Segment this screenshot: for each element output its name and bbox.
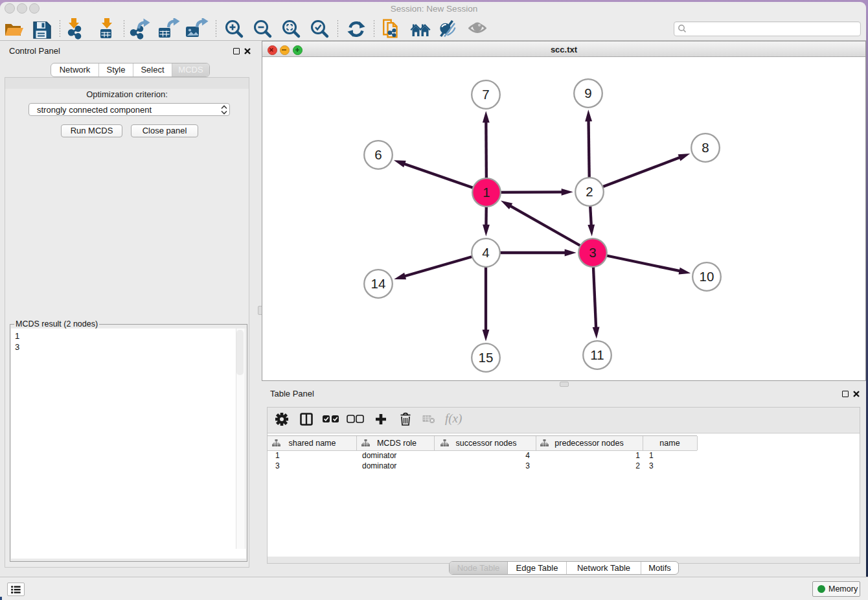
svg-text:1: 1 (483, 185, 490, 200)
svg-text:14: 14 (371, 276, 386, 291)
svg-text:9: 9 (584, 86, 591, 100)
svg-text:6: 6 (374, 147, 382, 162)
svg-text:8: 8 (702, 140, 709, 155)
svg-text:10: 10 (700, 269, 714, 284)
svg-text:2: 2 (586, 184, 593, 199)
svg-text:3: 3 (589, 245, 596, 260)
svg-text:4: 4 (482, 245, 489, 260)
svg-text:7: 7 (482, 87, 489, 102)
svg-text:15: 15 (479, 350, 494, 365)
svg-text:11: 11 (590, 347, 604, 362)
